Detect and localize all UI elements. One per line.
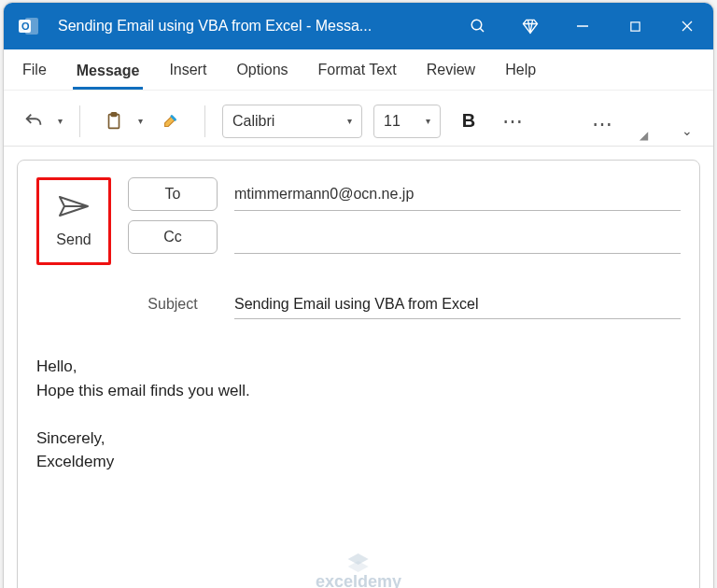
cc-row: Cc	[128, 220, 681, 254]
undo-dropdown[interactable]: ▾	[58, 116, 63, 126]
bold-button[interactable]: B	[452, 105, 485, 138]
to-button[interactable]: To	[128, 177, 218, 211]
message-body[interactable]: Hello, Hope this email finds you well. S…	[36, 355, 681, 474]
menu-file[interactable]: File	[19, 58, 50, 82]
watermark-icon	[346, 552, 371, 572]
svg-rect-6	[630, 21, 639, 30]
subject-row: Subject Sending Email using VBA from Exc…	[128, 289, 681, 319]
chevron-down-icon: ▾	[426, 116, 430, 126]
paste-button[interactable]	[97, 105, 131, 138]
subject-field[interactable]: Sending Email using VBA from Excel	[234, 289, 681, 319]
send-label: Send	[56, 231, 91, 248]
compose-header: Send To mtimmermann0@ocn.ne.jp Cc	[36, 177, 681, 265]
close-button[interactable]	[661, 3, 713, 49]
divider	[79, 105, 80, 137]
to-field[interactable]: mtimmermann0@ocn.ne.jp	[234, 177, 681, 211]
recipients: To mtimmermann0@ocn.ne.jp Cc	[128, 177, 681, 265]
svg-rect-10	[111, 112, 117, 116]
watermark-brand: exceldemy	[316, 572, 401, 588]
svg-point-3	[471, 20, 482, 30]
ribbon: ▾ ▾ Calibri ▾ 11 ▾ B ⋯ ◢ ⋯ ⌄	[4, 91, 713, 147]
paste-dropdown[interactable]: ▾	[138, 116, 143, 126]
undo-group: ▾	[17, 105, 63, 138]
menu-insert[interactable]: Insert	[165, 58, 210, 82]
font-family-value: Calibri	[232, 113, 274, 130]
send-button[interactable]: Send	[36, 177, 111, 265]
window-title: Sending Email using VBA from Excel - Mes…	[58, 18, 452, 35]
outlook-compose-window: O Sending Email using VBA from Excel - M…	[3, 2, 714, 588]
clipboard-group: ▾	[97, 105, 188, 138]
ribbon-more-button[interactable]: ⋯	[497, 105, 530, 138]
menu-message[interactable]: Message	[73, 59, 144, 90]
compose-area: Send To mtimmermann0@ocn.ne.jp Cc Subjec…	[17, 160, 700, 588]
minimize-button[interactable]	[556, 3, 609, 49]
titlebar-actions	[452, 3, 713, 49]
menubar: File Message Insert Options Format Text …	[4, 49, 713, 91]
outlook-icon: O	[17, 14, 41, 38]
dialog-launcher-icon[interactable]: ◢	[640, 129, 648, 142]
font-size-select[interactable]: 11 ▾	[373, 105, 441, 138]
to-row: To mtimmermann0@ocn.ne.jp	[128, 177, 681, 211]
maximize-button[interactable]	[609, 3, 661, 49]
titlebar: O Sending Email using VBA from Excel - M…	[4, 3, 713, 49]
subject-label: Subject	[128, 296, 218, 313]
font-family-select[interactable]: Calibri ▾	[222, 105, 362, 138]
chevron-down-icon: ▾	[347, 116, 352, 126]
svg-line-4	[480, 28, 484, 32]
collapse-ribbon-button[interactable]: ⌄	[682, 123, 693, 138]
search-icon[interactable]	[452, 3, 504, 49]
undo-button[interactable]	[17, 105, 50, 138]
divider	[204, 105, 205, 137]
cc-field[interactable]	[234, 220, 681, 254]
menu-options[interactable]: Options	[232, 58, 291, 82]
watermark: exceldemy EXCEL · DATA · BI	[304, 552, 414, 588]
svg-text:O: O	[21, 21, 30, 32]
menu-review[interactable]: Review	[423, 58, 479, 82]
cc-button[interactable]: Cc	[128, 220, 218, 254]
send-icon	[58, 194, 90, 222]
menu-help[interactable]: Help	[501, 58, 540, 82]
font-size-value: 11	[384, 113, 401, 130]
premium-icon[interactable]	[504, 3, 556, 49]
ribbon-overflow-button[interactable]: ⋯	[586, 107, 620, 141]
format-painter-button[interactable]	[154, 105, 188, 138]
menu-format-text[interactable]: Format Text	[315, 58, 401, 82]
